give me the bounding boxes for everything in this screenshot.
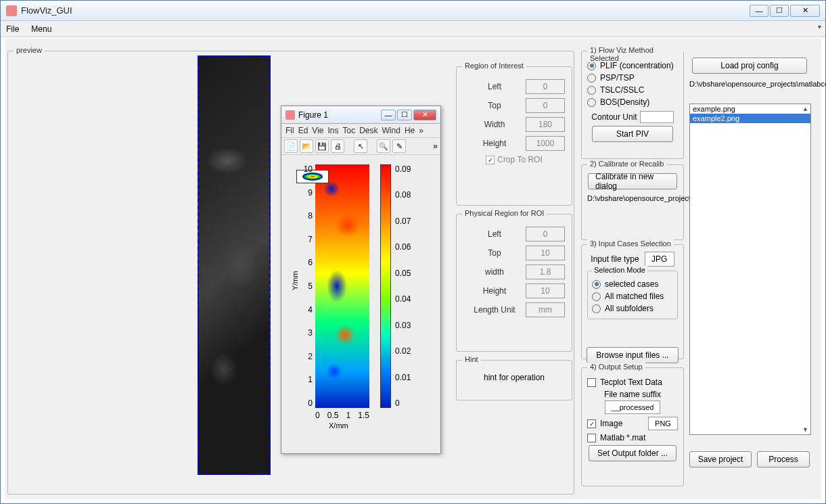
input-cases-group: 3) Input Cases Selection Input file type… [581, 244, 684, 359]
roi-top-input[interactable] [526, 98, 565, 113]
fig-menu-file[interactable]: Fil [285, 126, 294, 135]
phys-height-input[interactable] [526, 283, 565, 298]
radio-plif[interactable]: PLIF (concentration) [587, 61, 678, 70]
crop-label: Crop To ROI [497, 155, 542, 164]
browse-input-button[interactable]: Browse input files ... [587, 347, 679, 363]
fig-menu-window[interactable]: Wind [382, 126, 400, 135]
radio-all-matched[interactable]: All matched files [592, 292, 673, 301]
phys-width-label: width [463, 267, 526, 277]
phys-unit-label: Length Unit [463, 305, 526, 315]
image-label: Image [600, 419, 622, 428]
pointer-icon[interactable]: ↖ [354, 139, 367, 153]
crop-checkbox[interactable] [486, 156, 495, 164]
zoom-icon[interactable]: 🔍 [377, 139, 390, 153]
fig-menu-insert[interactable]: Ins [328, 126, 339, 135]
radio-icon [592, 292, 601, 301]
project-path: D:\vbshare\opensource_projects\matlabcod… [689, 79, 811, 89]
radio-icon [592, 304, 601, 313]
maximize-button[interactable]: ☐ [770, 5, 789, 17]
app-icon [6, 5, 17, 16]
image-checkbox[interactable] [587, 419, 596, 428]
contour-unit-input[interactable] [640, 111, 674, 123]
load-proj-button[interactable]: Load proj config [692, 58, 807, 74]
matlab-checkbox[interactable] [587, 434, 596, 442]
phys-height-label: Height [463, 286, 526, 296]
figure-menubar: Fil Ed Vie Ins Toc Desk Wind He » [281, 124, 440, 137]
save-icon[interactable]: 💾 [315, 139, 329, 153]
minimize-button[interactable]: — [750, 5, 768, 17]
fig-menu-help[interactable]: He [405, 126, 415, 135]
input-ftype-label: Input file type [591, 254, 639, 264]
preview-title: preview [14, 46, 45, 54]
figure-minimize-button[interactable]: — [381, 110, 396, 120]
roi-height-label: Height [463, 139, 526, 148]
figure-plot[interactable]: 10 9 8 7 6 5 4 3 2 1 0 0 0.5 [281, 155, 440, 451]
phys-unit-input[interactable] [526, 302, 565, 317]
list-item[interactable]: example2.png [690, 114, 810, 123]
radio-icon [587, 62, 596, 70]
start-piv-button[interactable]: Start PIV [592, 126, 673, 142]
phys-width-input[interactable] [526, 265, 565, 279]
fig-menu-tools[interactable]: Toc [343, 126, 356, 135]
fig-menu-overflow-icon[interactable]: » [419, 126, 423, 135]
colorbar [380, 164, 391, 408]
suffix-input[interactable] [605, 400, 660, 414]
menu-file[interactable]: File [6, 24, 19, 34]
roi-left-input[interactable] [526, 79, 565, 94]
open-icon[interactable]: 📂 [300, 139, 313, 153]
hint-text: hint for operation [462, 373, 566, 382]
figure-window: Figure 1 — ☐ ✕ Fil Ed Vie Ins Toc Desk W… [281, 106, 441, 454]
y-axis-label: Y/mm [291, 271, 299, 291]
input-ftype-input[interactable] [645, 252, 674, 267]
plot-overlay [315, 164, 369, 408]
roi-group: Region of Interest Left Top Width Height… [456, 66, 572, 206]
radio-selected-cases[interactable]: selected cases [592, 279, 673, 289]
radio-tslc[interactable]: TSLC/SSLC [587, 85, 678, 95]
file-listbox[interactable]: example.png example2.png ▲ ▼ [689, 104, 811, 435]
calibrate-button[interactable]: Calibrate in new dialog [588, 173, 677, 189]
phys-top-input[interactable] [526, 246, 565, 260]
method-group: 1) Flow Viz Method Selected PLIF (concen… [581, 51, 684, 159]
figure-close-button[interactable]: ✕ [413, 110, 436, 120]
figure-title: Figure 1 [298, 110, 328, 120]
colorbar-ticks: 0.09 0.08 0.07 0.06 0.05 0.04 0.03 0.02 … [395, 164, 411, 408]
figure-titlebar[interactable]: Figure 1 — ☐ ✕ [281, 106, 440, 124]
main-window: FlowViz_GUI — ☐ ✕ File Menu ▾ preview Fi… [0, 0, 826, 504]
save-project-button[interactable]: Save project [689, 451, 752, 467]
figure-toolbar: 📄 📂 💾 🖨 ↖ 🔍 ✎ » [281, 137, 440, 155]
scroll-up-icon[interactable]: ▲ [802, 106, 808, 112]
preview-image[interactable] [198, 55, 271, 475]
set-output-folder-button[interactable]: Set Output folder ... [589, 445, 676, 461]
tecplot-checkbox[interactable] [587, 378, 596, 387]
close-button[interactable]: ✕ [790, 5, 820, 17]
fig-menu-edit[interactable]: Ed [298, 126, 308, 135]
physical-roi-group: Physical Region for ROI Left Top width H… [456, 214, 572, 352]
brush-icon[interactable]: ✎ [392, 139, 406, 153]
roi-title: Region of Interest [462, 62, 526, 70]
fig-menu-desktop[interactable]: Desk [359, 126, 377, 135]
radio-psp[interactable]: PSP/TSP [587, 73, 678, 83]
preview-group: preview Figure 1 — ☐ ✕ [7, 51, 574, 495]
fig-menu-view[interactable]: Vie [312, 126, 323, 135]
radio-bos[interactable]: BOS(Density) [587, 97, 678, 107]
scroll-down-icon[interactable]: ▼ [802, 426, 808, 433]
plot-legend[interactable] [296, 170, 329, 183]
roi-width-input[interactable] [526, 117, 565, 132]
menubar-overflow-icon[interactable]: ▾ [818, 23, 821, 30]
process-button[interactable]: Process [757, 451, 810, 467]
preview-swirl [199, 57, 269, 474]
phys-left-input[interactable] [526, 227, 565, 242]
toolbar-overflow-icon[interactable]: » [433, 141, 438, 151]
radio-all-subfolders[interactable]: All subfolders [592, 304, 673, 313]
new-figure-icon[interactable]: 📄 [284, 139, 298, 153]
roi-height-input[interactable] [526, 136, 565, 151]
image-format-input[interactable] [648, 417, 678, 430]
menu-menu[interactable]: Menu [31, 24, 51, 34]
radio-icon [587, 86, 596, 95]
matlab-label: Matlab *.mat [600, 433, 645, 442]
figure-maximize-button[interactable]: ☐ [397, 110, 412, 120]
phys-title: Physical Region for ROI [462, 209, 547, 217]
selmode-title: Selection Mode [592, 266, 647, 274]
list-item[interactable]: example.png [690, 104, 810, 114]
print-icon[interactable]: 🖨 [331, 139, 344, 153]
